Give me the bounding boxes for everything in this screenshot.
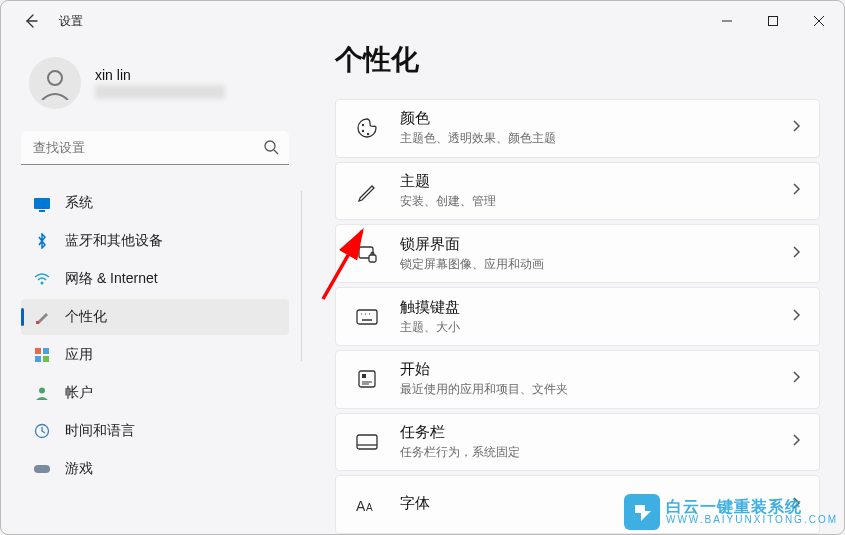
wifi-icon (33, 270, 51, 288)
window-controls (704, 5, 842, 37)
card-subtitle: 主题色、透明效果、颜色主题 (400, 130, 791, 147)
nav-label: 时间和语言 (65, 422, 135, 440)
nav-time-language[interactable]: 时间和语言 (21, 413, 289, 449)
nav-label: 游戏 (65, 460, 93, 478)
main-panel: 个性化 颜色主题色、透明效果、颜色主题 主题安装、创建、管理 锁屏界面锁定屏幕图… (301, 41, 844, 534)
svg-rect-17 (369, 255, 376, 262)
svg-point-13 (362, 124, 364, 126)
page-title: 个性化 (335, 41, 820, 79)
search-icon (263, 139, 279, 159)
app-title: 设置 (59, 13, 83, 30)
card-title: 锁屏界面 (400, 235, 791, 254)
svg-rect-12 (34, 465, 50, 473)
svg-point-5 (48, 71, 62, 85)
paintbrush-icon (33, 308, 51, 326)
nav-label: 帐户 (65, 384, 93, 402)
svg-text:A: A (366, 502, 373, 513)
monitor-icon (33, 194, 51, 212)
close-button[interactable] (796, 5, 842, 37)
nav-apps[interactable]: 应用 (21, 337, 289, 373)
titlebar: 设置 (1, 1, 844, 41)
keyboard-icon (354, 309, 380, 325)
card-fonts[interactable]: AA 字体 (335, 475, 820, 534)
svg-point-6 (265, 141, 275, 151)
settings-window: 设置 xin lin (0, 0, 845, 535)
nav-accounts[interactable]: 帐户 (21, 375, 289, 411)
card-themes[interactable]: 主题安装、创建、管理 (335, 162, 820, 221)
chevron-right-icon (791, 182, 801, 200)
user-email-blurred (95, 85, 225, 99)
apps-icon (33, 346, 51, 364)
svg-rect-2 (769, 17, 778, 26)
nav-bluetooth[interactable]: 蓝牙和其他设备 (21, 223, 289, 259)
svg-rect-23 (359, 371, 375, 387)
card-taskbar[interactable]: 任务栏任务栏行为，系统固定 (335, 413, 820, 472)
user-name: xin lin (95, 67, 225, 83)
svg-rect-9 (36, 321, 39, 324)
card-subtitle: 任务栏行为，系统固定 (400, 444, 791, 461)
search-box[interactable] (21, 131, 289, 165)
sidebar: xin lin 系统 蓝牙和其他设备 (1, 41, 301, 534)
font-icon: AA (354, 496, 380, 514)
svg-rect-18 (357, 310, 377, 324)
clock-globe-icon (33, 422, 51, 440)
card-subtitle: 最近使用的应用和项目、文件夹 (400, 381, 791, 398)
nav-system[interactable]: 系统 (21, 185, 289, 221)
nav-label: 系统 (65, 194, 93, 212)
svg-point-14 (362, 130, 364, 132)
sidebar-divider (301, 191, 302, 361)
card-subtitle: 主题、大小 (400, 319, 791, 336)
svg-rect-27 (357, 435, 377, 449)
user-icon (33, 384, 51, 402)
nav-gaming[interactable]: 游戏 (21, 451, 289, 487)
nav-personalization[interactable]: 个性化 (21, 299, 289, 335)
nav-list: 系统 蓝牙和其他设备 网络 & Internet 个性化 应用 (21, 185, 289, 487)
nav-label: 应用 (65, 346, 93, 364)
nav-label: 个性化 (65, 308, 107, 326)
lockscreen-icon (354, 243, 380, 265)
card-title: 主题 (400, 172, 791, 191)
card-subtitle: 安装、创建、管理 (400, 193, 791, 210)
palette-icon (354, 117, 380, 139)
chevron-right-icon (791, 496, 801, 514)
chevron-right-icon (791, 245, 801, 263)
svg-text:A: A (356, 498, 366, 514)
card-title: 任务栏 (400, 423, 791, 442)
back-button[interactable] (19, 9, 43, 33)
nav-network[interactable]: 网络 & Internet (21, 261, 289, 297)
card-title: 开始 (400, 360, 791, 379)
profile-block[interactable]: xin lin (21, 57, 289, 109)
chevron-right-icon (791, 433, 801, 451)
card-title: 颜色 (400, 109, 791, 128)
avatar (29, 57, 81, 109)
card-subtitle: 锁定屏幕图像、应用和动画 (400, 256, 791, 273)
card-title: 字体 (400, 494, 791, 513)
minimize-button[interactable] (704, 5, 750, 37)
svg-point-10 (39, 388, 45, 394)
bluetooth-icon (33, 232, 51, 250)
chevron-right-icon (791, 370, 801, 388)
svg-point-15 (367, 133, 369, 135)
settings-cards: 颜色主题色、透明效果、颜色主题 主题安装、创建、管理 锁屏界面锁定屏幕图像、应用… (335, 99, 820, 534)
pen-icon (354, 180, 380, 202)
svg-rect-24 (362, 374, 366, 378)
gamepad-icon (33, 460, 51, 478)
search-input[interactable] (21, 131, 289, 165)
svg-point-8 (41, 282, 44, 285)
taskbar-icon (354, 434, 380, 450)
nav-label: 网络 & Internet (65, 270, 158, 288)
chevron-right-icon (791, 119, 801, 137)
svg-line-7 (274, 150, 278, 154)
card-start[interactable]: 开始最近使用的应用和项目、文件夹 (335, 350, 820, 409)
start-icon (354, 369, 380, 389)
maximize-button[interactable] (750, 5, 796, 37)
card-colors[interactable]: 颜色主题色、透明效果、颜色主题 (335, 99, 820, 158)
card-title: 触摸键盘 (400, 298, 791, 317)
card-lockscreen[interactable]: 锁屏界面锁定屏幕图像、应用和动画 (335, 224, 820, 283)
chevron-right-icon (791, 308, 801, 326)
card-touch-keyboard[interactable]: 触摸键盘主题、大小 (335, 287, 820, 346)
nav-label: 蓝牙和其他设备 (65, 232, 163, 250)
